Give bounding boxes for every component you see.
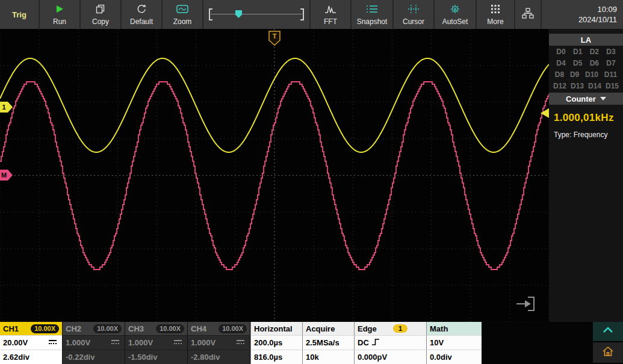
more-grid-icon: [491, 4, 500, 16]
math-block[interactable]: Math 10V 0.0div: [426, 322, 482, 364]
corner-buttons: [593, 322, 623, 364]
digital-channel-d5[interactable]: D5: [573, 59, 582, 67]
fft-icon: [324, 4, 336, 16]
more-button[interactable]: More: [477, 0, 514, 29]
digital-channel-d0[interactable]: D0: [556, 48, 565, 56]
digital-channel-d12[interactable]: D12: [553, 82, 566, 90]
ch3-offset: -1.50div: [128, 353, 157, 362]
digital-channel-d4[interactable]: D4: [556, 59, 565, 67]
digital-channel-d7[interactable]: D7: [606, 59, 615, 67]
digital-channel-row: D0 D1 D2 D3: [549, 46, 623, 57]
digital-channel-row: D8 D9 D10 D11: [549, 69, 623, 80]
digital-channel-d1[interactable]: D1: [573, 48, 582, 56]
trigger-title: Edge: [358, 324, 377, 333]
toolbar: Trig Run Copy Default Zoom FFT Snapshot …: [0, 0, 623, 29]
ch4-offset: -2.80div: [191, 353, 220, 362]
digital-channel-d3[interactable]: D3: [606, 48, 615, 56]
ch2-name: CH2: [66, 324, 81, 333]
digital-channel-d2[interactable]: D2: [590, 48, 599, 56]
dc-coupling-icon: [174, 340, 182, 345]
chevron-up-icon: [601, 326, 615, 337]
channel-block-ch1[interactable]: CH1 10.00X 20.00V 2.62div: [0, 322, 63, 364]
rising-edge-icon: [371, 338, 380, 348]
digital-channel-row: D12 D13 D14 D15: [549, 80, 623, 91]
fft-button[interactable]: FFT: [311, 0, 350, 29]
dc-coupling-icon: [49, 340, 57, 345]
zoom-button[interactable]: Zoom: [163, 0, 202, 29]
horizontal-title: Horizontal: [254, 324, 293, 333]
svg-text:M: M: [1, 171, 7, 179]
channel-block-ch4[interactable]: CH4 10.00X 1.000V -2.80div: [188, 322, 250, 364]
counter-type: Type: Frequency: [549, 124, 623, 139]
ch3-probe-badge: 10.00X: [156, 324, 184, 333]
digital-channel-d13[interactable]: D13: [571, 82, 584, 90]
ch2-scale: 1.000V: [66, 338, 90, 347]
svg-text:1: 1: [2, 103, 5, 111]
snapshot-button[interactable]: Snapshot: [352, 0, 392, 29]
waveform-display[interactable]: 1MT: [0, 29, 549, 322]
channel-block-ch3[interactable]: CH3 10.00X 1.000V -1.50div: [125, 322, 188, 364]
default-button[interactable]: Default: [122, 0, 161, 29]
home-button[interactable]: [593, 342, 623, 363]
math-title: Math: [430, 324, 448, 333]
zoom-icon: [176, 4, 188, 16]
trigger-source-badge: 1: [393, 324, 408, 333]
ch1-offset: 2.62div: [3, 353, 29, 362]
bottom-bar-spacer: [482, 322, 593, 364]
cursor-label: Cursor: [403, 18, 424, 25]
snapshot-label: Snapshot: [357, 18, 388, 25]
digital-channel-d14[interactable]: D14: [588, 82, 601, 90]
digital-channel-d8[interactable]: D8: [555, 70, 564, 79]
channel-block-ch2[interactable]: CH2 10.00X 1.000V -0.22div: [63, 322, 125, 364]
horizontal-scale: 200.0µs: [254, 338, 282, 347]
run-button[interactable]: Run: [40, 0, 79, 29]
ch2-probe-badge: 10.00X: [93, 324, 122, 333]
copy-icon: [95, 4, 106, 16]
digital-channel-d9[interactable]: D9: [570, 70, 579, 79]
horizontal-position: 816.0µs: [254, 353, 282, 362]
la-panel-header[interactable]: LA: [549, 34, 623, 46]
snapshot-icon: [366, 4, 378, 16]
ch1-probe-badge: 10.00X: [31, 324, 59, 333]
counter-value: 1.000,01kHz: [549, 105, 623, 124]
acquire-sample-rate: 2.5MSa/s: [306, 338, 339, 347]
sidebar: LA D0 D1 D2 D3 D4 D5 D6 D7 D8 D9 D10 D11…: [549, 29, 623, 322]
clock[interactable]: 10:09 2024/10/11: [542, 0, 623, 29]
counter-title: Counter: [566, 94, 596, 103]
zoom-label: Zoom: [173, 18, 192, 25]
digital-channel-d6[interactable]: D6: [590, 59, 599, 67]
waveform-position-slider[interactable]: [203, 0, 309, 29]
ch4-scale: 1.000V: [191, 338, 215, 347]
digital-channel-d15[interactable]: D15: [606, 82, 619, 90]
autoset-label: AutoSet: [442, 18, 468, 25]
dc-coupling-icon: [237, 340, 244, 345]
counter-header[interactable]: Counter: [549, 93, 623, 105]
run-label: Run: [53, 18, 66, 25]
slider-left-bracket: [209, 8, 212, 20]
slider-thumb[interactable]: [235, 10, 242, 18]
autoset-gear-icon: A: [450, 4, 460, 16]
acquire-block[interactable]: Acquire 2.5MSa/s 10k: [302, 322, 354, 364]
digital-channel-d11[interactable]: D11: [604, 70, 617, 79]
home-icon: [601, 345, 615, 360]
dc-coupling-icon: [111, 340, 119, 345]
copy-button[interactable]: Copy: [81, 0, 120, 29]
network-tree-icon: [522, 8, 534, 21]
autoset-button[interactable]: A AutoSet: [435, 0, 476, 29]
digital-channel-d10[interactable]: D10: [585, 70, 598, 79]
digital-channel-row: D4 D5 D6 D7: [549, 57, 623, 69]
ch3-name: CH3: [128, 324, 144, 333]
chevron-down-icon: [600, 97, 606, 100]
ch1-scale: 20.00V: [3, 338, 28, 347]
play-icon: [54, 4, 65, 16]
trigger-block[interactable]: Edge 1 DC 0.000pV: [354, 322, 426, 364]
cursor-button[interactable]: Cursor: [394, 0, 433, 29]
horizontal-block[interactable]: Horizontal 200.0µs 816.0µs: [250, 322, 302, 364]
slider-line: [211, 14, 302, 14]
slider-track[interactable]: [209, 8, 304, 20]
ch3-scale: 1.000V: [128, 338, 153, 347]
network-button[interactable]: [515, 0, 541, 29]
expand-menu-button[interactable]: [593, 322, 623, 342]
copy-label: Copy: [92, 18, 109, 25]
default-label: Default: [130, 18, 153, 25]
